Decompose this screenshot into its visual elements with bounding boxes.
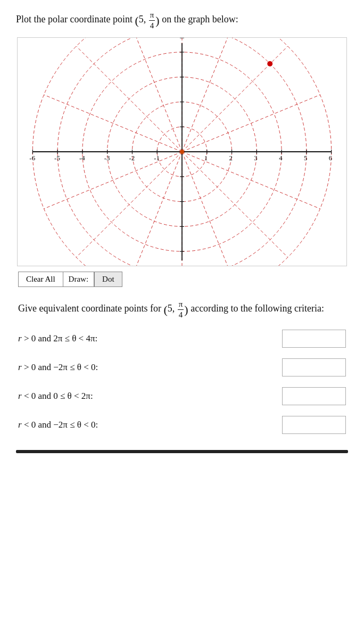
criteria-row-1: r > 0 and 2π ≤ θ < 4π: xyxy=(18,330,346,348)
svg-text:1: 1 xyxy=(204,154,208,162)
svg-line-9 xyxy=(44,152,182,209)
theta-fraction: π 4 xyxy=(149,11,155,30)
polar-graph[interactable]: .polar-circle { fill: none; stroke: #cc3… xyxy=(17,37,347,266)
intro-text: Plot the polar coordinate point xyxy=(16,14,133,24)
suffix-text: on the graph below: xyxy=(162,14,238,24)
svg-line-19 xyxy=(182,152,287,257)
answer-input-4[interactable] xyxy=(282,416,346,434)
criteria-row-3: r < 0 and 0 ≤ θ < 2π: xyxy=(18,387,346,405)
criteria-row-4: r < 0 and −2π ≤ θ < 0: xyxy=(18,416,346,434)
toolbar: Clear All Draw: Dot xyxy=(16,272,348,287)
point-r: 5 xyxy=(139,14,144,24)
svg-line-20 xyxy=(44,95,182,152)
svg-line-18 xyxy=(77,46,182,152)
give-r: 5 xyxy=(168,303,172,314)
svg-line-11 xyxy=(77,152,182,257)
criteria-4-text: r < 0 and −2π ≤ θ < 0: xyxy=(18,420,278,430)
svg-text:-3: -3 xyxy=(104,154,110,162)
svg-text:-6: -6 xyxy=(29,154,35,162)
svg-text:4: 4 xyxy=(279,154,283,162)
give-theta-frac: π 4 xyxy=(178,300,184,319)
criteria-3-text: r < 0 and 0 ≤ θ < 2π: xyxy=(18,391,278,402)
svg-text:3: 3 xyxy=(254,154,257,162)
problem-statement: Plot the polar coordinate point (5, π 4 … xyxy=(16,11,348,30)
clear-all-button[interactable]: Clear All xyxy=(18,272,63,287)
polar-graph-svg: .polar-circle { fill: none; stroke: #cc3… xyxy=(18,38,346,266)
answer-input-3[interactable] xyxy=(282,387,346,405)
svg-text:-5: -5 xyxy=(54,154,60,162)
svg-text:-2: -2 xyxy=(129,154,135,162)
svg-text:-1: -1 xyxy=(154,154,160,162)
draw-label: Draw: xyxy=(63,272,95,287)
answer-input-1[interactable] xyxy=(282,330,346,348)
svg-text:6: 6 xyxy=(329,154,333,162)
criteria-row-2: r > 0 and −2π ≤ θ < 0: xyxy=(18,358,346,376)
svg-line-21 xyxy=(182,152,320,209)
criteria-2-text: r > 0 and −2π ≤ θ < 0: xyxy=(18,362,278,373)
svg-text:5: 5 xyxy=(304,154,307,162)
plot-dot xyxy=(267,61,272,67)
answer-input-2[interactable] xyxy=(282,358,346,376)
criteria-1-text: r > 0 and 2π ≤ θ < 4π: xyxy=(18,333,278,344)
svg-text:2: 2 xyxy=(229,154,233,162)
svg-line-8 xyxy=(182,95,320,152)
draw-value-dot[interactable]: Dot xyxy=(94,272,122,287)
give-equiv-text: Give equivalent coordinate points for (5… xyxy=(18,300,346,319)
bottom-bar xyxy=(16,450,348,453)
svg-point-57 xyxy=(180,150,184,154)
svg-text:-4: -4 xyxy=(79,154,85,162)
lower-section: Give equivalent coordinate points for (5… xyxy=(16,300,348,434)
